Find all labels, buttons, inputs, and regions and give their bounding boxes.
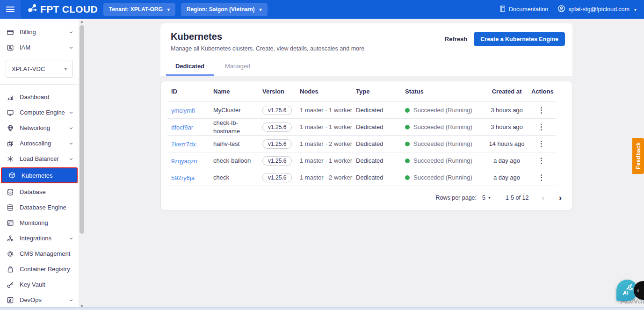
chevron-down-icon (68, 110, 74, 115)
book-icon (499, 5, 506, 14)
chevron-down-icon (68, 141, 74, 146)
documentation-label: Documentation (509, 6, 548, 13)
sidebar-item-billing[interactable]: Billing (0, 24, 79, 40)
sidebar-item-label: Key Vault (20, 281, 74, 288)
gear-badge-icon (7, 250, 14, 258)
sidebar-item-label: Kubernetes (22, 172, 72, 179)
scrollbar-thumb[interactable] (80, 25, 84, 234)
vdc-selector[interactable]: XPLAT-VDC ▾ (6, 60, 73, 78)
status-dot-icon (405, 175, 410, 180)
nodes-text: 1 master · 1 worker (300, 123, 356, 130)
created-at-text: 3 hours ago (482, 107, 531, 114)
sidebar-item-label: Load Balancer (20, 155, 68, 162)
status-dot-icon (405, 159, 410, 163)
sidebar-item-dashboard[interactable]: Dashboard (0, 89, 79, 105)
sidebar-item-cms-management[interactable]: CMS Management (0, 246, 79, 261)
taskbar-edge (0, 307, 644, 310)
table-header-row: IDNameVersionNodesTypeStatusCreated atAc… (161, 81, 572, 101)
tab-dedicated[interactable]: Dedicated (166, 63, 214, 76)
database-icon (7, 188, 14, 196)
next-page-button[interactable]: › (559, 193, 562, 202)
cluster-id-link[interactable]: dfocf9ar (171, 124, 193, 131)
type-text: Dedicated (356, 174, 405, 181)
region-selector[interactable]: Region: Saigon (Vietnam) ▾ (181, 3, 268, 16)
scroll-up-icon[interactable]: ▲ (79, 19, 85, 24)
sidebar-item-label: Monitoring (20, 219, 74, 226)
id-badge-icon (7, 44, 14, 51)
cluster-id-link[interactable]: ymclymfi (171, 107, 195, 114)
cluster-id-link[interactable]: 2kezr7dx (171, 141, 196, 148)
chevron-down-icon: ▾ (634, 7, 637, 12)
previous-page-button[interactable]: ‹ (542, 193, 544, 202)
nodes-text: 1 master · 2 worker (300, 140, 356, 147)
sidebar-item-database-engine[interactable]: Database Engine (0, 200, 79, 215)
row-actions-button[interactable] (539, 156, 544, 166)
topbar: FPT CLOUD Tenant: XPLAT-ORG ▾ Region: Sa… (0, 0, 644, 19)
globe-icon (7, 124, 14, 132)
row-actions-button[interactable] (539, 173, 544, 183)
cluster-id-link[interactable]: 9zqyaqzn (171, 158, 197, 165)
ai-molecule-icon: AI (620, 283, 635, 298)
status-cell: Succeeded (Running) (405, 123, 482, 130)
sidebar-top-group: BillingIAM (0, 24, 79, 55)
sidebar-item-compute-engine[interactable]: Compute Engine (0, 105, 79, 120)
cluster-name: MyCluster (213, 106, 262, 115)
menu-toggle-button[interactable] (0, 0, 21, 19)
documentation-link[interactable]: Documentation (499, 5, 548, 14)
create-kubernetes-engine-button[interactable]: Create a Kubernetes Engine (474, 32, 565, 46)
user-email: xplat-stg@fptcloud.com (568, 6, 630, 13)
database-icon (7, 204, 14, 211)
main-content: Kubernetes Manage all Kubernetes cluster… (85, 19, 644, 310)
vdc-selector-value: XPLAT-VDC (12, 65, 45, 72)
sidebar-item-load-balancer[interactable]: Load Balancer (0, 151, 79, 166)
version-badge: v1.25.6 (262, 139, 292, 149)
devops-badge-icon (7, 296, 14, 304)
sidebar-scrollbar[interactable]: ▲ ▼ (79, 19, 85, 310)
user-account-menu[interactable]: xplat-stg@fptcloud.com ▾ (557, 5, 637, 14)
sidebar-item-networking[interactable]: Networking (0, 120, 79, 136)
topbar-right: Documentation xplat-stg@fptcloud.com ▾ (499, 5, 644, 14)
table-row: 2kezr7dxhaihv-testv1.25.61 master · 2 wo… (161, 136, 572, 152)
cluster-name: haihv-test (213, 140, 262, 148)
sidebar-item-label: DevOps (20, 296, 68, 303)
cluster-id-link[interactable]: 592ry6ja (171, 174, 195, 181)
column-header-type: Type (356, 88, 405, 95)
chevron-down-icon: ▾ (167, 7, 170, 12)
table-row: ymclymfiMyClusterv1.25.61 master · 1 wor… (161, 102, 572, 118)
chevron-down-icon: ▾ (488, 195, 491, 200)
rows-per-page-select[interactable]: 5 ▾ (482, 195, 491, 201)
sidebar-item-monitoring[interactable]: Monitoring (0, 215, 79, 231)
sidebar-item-key-vault[interactable]: Key Vault (0, 277, 79, 292)
chevron-down-icon (68, 297, 74, 303)
sidebar-item-integrations[interactable]: Integrations (0, 231, 79, 246)
row-actions-button[interactable] (539, 139, 544, 149)
type-text: Dedicated (356, 107, 405, 114)
sidebar-item-label: Database Engine (20, 204, 74, 211)
sitemap-icon (7, 235, 14, 242)
row-actions-button[interactable] (539, 105, 544, 115)
hamburger-icon (6, 7, 14, 12)
refresh-button[interactable]: Refresh (445, 36, 467, 43)
tab-managed[interactable]: Managed (214, 63, 261, 76)
tenant-selector[interactable]: Tenant: XPLAT-ORG ▾ (103, 3, 175, 16)
sidebar-item-devops[interactable]: DevOps (0, 292, 79, 308)
sidebar-item-kubernetes[interactable]: Kubernetes (1, 167, 78, 183)
key-icon (7, 281, 14, 288)
sidebar-item-container-registry[interactable]: Container Registry (0, 261, 79, 277)
status-cell: Succeeded (Running) (405, 157, 482, 164)
sidebar-item-database[interactable]: Database (0, 184, 79, 200)
fpt-cloud-logo[interactable]: FPT CLOUD (27, 3, 98, 16)
chevron-down-icon (68, 125, 74, 131)
column-header-nodes: Nodes (300, 88, 356, 95)
nodes-text: 1 master · 2 worker (300, 174, 356, 181)
sidebar-item-label: Billing (20, 29, 68, 36)
sidebar-item-autoscaling[interactable]: Autoscaling (0, 136, 79, 151)
region-label: Region: Saigon (Vietnam) (187, 6, 255, 13)
rows-per-page-label: Rows per page: (435, 195, 477, 201)
sidebar-main-group: DashboardCompute EngineNetworkingAutosca… (0, 89, 79, 308)
status-dot-icon (405, 125, 410, 130)
feedback-button[interactable]: Feedback (632, 138, 644, 174)
row-actions-button[interactable] (539, 122, 544, 132)
sidebar-item-iam[interactable]: IAM (0, 40, 79, 55)
chevron-down-icon (68, 29, 74, 35)
